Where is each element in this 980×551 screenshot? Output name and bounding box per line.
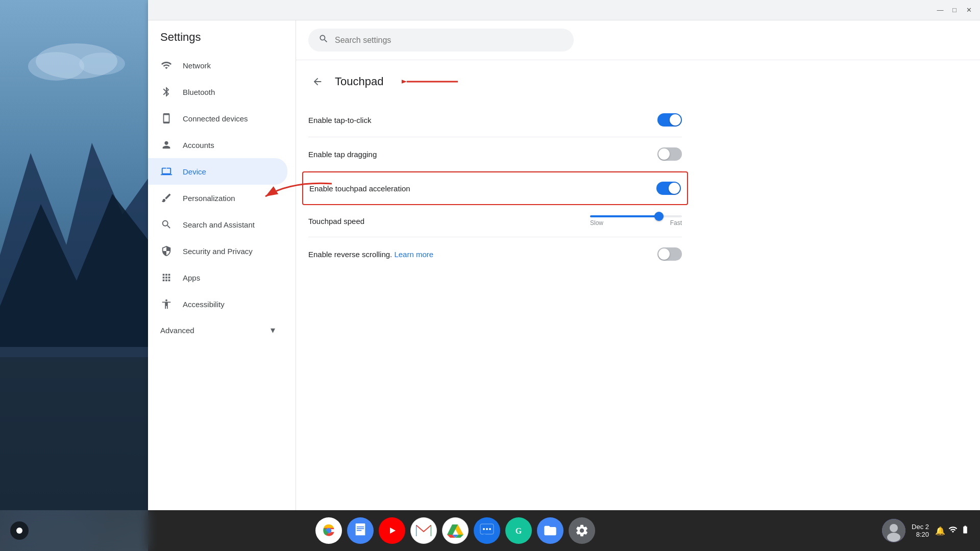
- taskbar-app-youtube[interactable]: [379, 517, 405, 544]
- personalization-label: Personalization: [183, 194, 235, 203]
- sidebar-item-apps[interactable]: Apps: [148, 264, 287, 291]
- taskbar-app-grammarly[interactable]: G: [505, 517, 532, 544]
- taskbar-center: G: [29, 517, 882, 544]
- connected-devices-label: Connected devices: [183, 114, 248, 123]
- network-label: Network: [183, 61, 211, 70]
- wallpaper: [0, 0, 148, 551]
- launcher-button[interactable]: [10, 521, 29, 540]
- battery-icon: [961, 525, 970, 536]
- maximize-button[interactable]: □: [949, 5, 960, 15]
- sidebar-item-bluetooth[interactable]: Bluetooth: [148, 79, 287, 105]
- tap-to-click-label: Enable tap-to-click: [308, 116, 371, 124]
- tap-dragging-label: Enable tap dragging: [308, 150, 377, 159]
- search-bar[interactable]: [308, 29, 574, 52]
- setting-row-touchpad-speed: Touchpad speed Slow Fast: [308, 205, 682, 237]
- taskbar-app-chrome[interactable]: [315, 517, 342, 544]
- taskbar-app-settings[interactable]: [569, 517, 595, 544]
- taskbar-left: [10, 521, 29, 540]
- apps-label: Apps: [183, 273, 200, 282]
- slider-labels: Slow Fast: [590, 219, 682, 227]
- page-header: Touchpad: [308, 60, 682, 103]
- date-display: Dec 2: [912, 523, 929, 531]
- setting-row-reverse-scrolling: Enable reverse scrolling. Learn more: [308, 237, 682, 271]
- minimize-button[interactable]: —: [935, 5, 945, 15]
- speed-slider[interactable]: [590, 215, 682, 217]
- main-content: Touchpad Enable tap-to-click: [296, 20, 980, 510]
- security-privacy-label: Security and Privacy: [183, 247, 253, 256]
- page-title: Touchpad: [335, 75, 383, 88]
- tap-dragging-toggle[interactable]: [657, 147, 682, 161]
- svg-point-34: [890, 524, 898, 532]
- wifi-icon: [160, 59, 173, 71]
- sidebar-item-search-assistant[interactable]: Search and Assistant: [148, 211, 287, 238]
- bluetooth-icon: [160, 86, 173, 98]
- svg-rect-13: [357, 527, 364, 528]
- svg-point-35: [887, 533, 900, 542]
- reverse-scrolling-label: Enable reverse scrolling. Learn more: [308, 250, 433, 259]
- taskbar-app-drive[interactable]: [442, 517, 469, 544]
- taskbar: G Dec 2 8:20 🔔: [0, 510, 980, 551]
- svg-point-28: [486, 528, 488, 530]
- settings-window: — □ ✕ Settings Network: [148, 0, 980, 510]
- toggle-knob: [670, 114, 681, 126]
- accessibility-icon: [160, 298, 173, 310]
- svg-point-27: [483, 528, 485, 530]
- status-icons: 🔔: [935, 525, 970, 536]
- content-area: Touchpad Enable tap-to-click: [296, 60, 694, 510]
- setting-row-touchpad-acceleration: Enable touchpad acceleration: [302, 171, 688, 205]
- bluetooth-label: Bluetooth: [183, 88, 215, 96]
- taskbar-right: Dec 2 8:20 🔔: [882, 519, 970, 542]
- svg-point-29: [489, 528, 491, 530]
- toggle-knob: [669, 183, 680, 194]
- sidebar-item-personalization[interactable]: Personalization: [148, 185, 287, 211]
- sidebar: Settings Network Bluetooth: [148, 20, 296, 510]
- search-nav-icon: [160, 218, 173, 231]
- sidebar-item-accessibility[interactable]: Accessibility: [148, 291, 287, 317]
- taskbar-app-messages[interactable]: [474, 517, 500, 544]
- device-label: Device: [183, 167, 206, 176]
- taskbar-app-files[interactable]: [537, 517, 564, 544]
- sidebar-item-device[interactable]: Device: [148, 158, 287, 185]
- launcher-icon: [16, 528, 22, 534]
- slider-fill: [590, 215, 659, 217]
- advanced-label: Advanced: [160, 326, 260, 335]
- devices-icon: [160, 112, 173, 124]
- user-avatar[interactable]: [882, 519, 905, 542]
- back-button[interactable]: [308, 72, 327, 91]
- close-button[interactable]: ✕: [964, 5, 974, 15]
- setting-row-tap-dragging: Enable tap dragging: [308, 137, 682, 171]
- svg-text:G: G: [516, 527, 522, 535]
- tap-to-click-toggle[interactable]: [657, 113, 682, 127]
- search-icon: [318, 34, 329, 46]
- taskbar-app-docs[interactable]: [347, 517, 374, 544]
- title-bar: — □ ✕: [148, 0, 980, 20]
- sidebar-item-network[interactable]: Network: [148, 52, 287, 79]
- sidebar-item-security-privacy[interactable]: Security and Privacy: [148, 238, 287, 264]
- brush-icon: [160, 192, 173, 204]
- accessibility-label: Accessibility: [183, 300, 225, 309]
- laptop-icon: [160, 165, 173, 178]
- svg-point-2: [28, 52, 84, 81]
- apps-icon: [160, 271, 173, 284]
- time-display: 8:20: [912, 531, 929, 538]
- reverse-scrolling-toggle[interactable]: [657, 247, 682, 261]
- svg-rect-6: [0, 347, 148, 510]
- shield-icon: [160, 245, 173, 257]
- toggle-knob: [658, 148, 670, 160]
- search-assistant-label: Search and Assistant: [183, 220, 255, 229]
- svg-rect-15: [357, 530, 361, 531]
- accounts-label: Accounts: [183, 141, 214, 149]
- touchpad-acceleration-label: Enable touchpad acceleration: [309, 184, 410, 193]
- search-input[interactable]: [335, 36, 564, 45]
- sidebar-item-accounts[interactable]: Accounts: [148, 132, 287, 158]
- slider-max-label: Fast: [670, 219, 682, 227]
- taskbar-app-gmail[interactable]: [410, 517, 437, 544]
- learn-more-link[interactable]: Learn more: [394, 250, 433, 259]
- sidebar-item-connected-devices[interactable]: Connected devices: [148, 105, 287, 132]
- svg-point-3: [79, 53, 125, 75]
- wifi-status-icon: [948, 525, 958, 536]
- touchpad-acceleration-toggle[interactable]: [656, 182, 681, 195]
- sidebar-item-advanced[interactable]: Advanced ▾: [148, 317, 287, 343]
- date-time-display: Dec 2 8:20: [912, 523, 929, 538]
- window-content: Settings Network Bluetooth: [148, 20, 980, 510]
